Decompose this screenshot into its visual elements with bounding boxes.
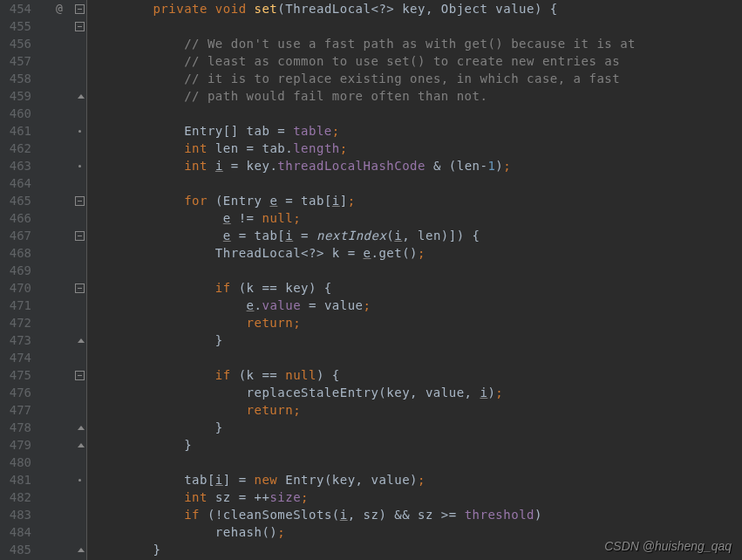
line-number: 459 [0, 87, 31, 105]
line-number: 474 [0, 349, 31, 366]
code-line[interactable] [91, 105, 742, 122]
line-number: 472 [0, 314, 31, 331]
line-number: 482 [0, 488, 31, 506]
code-line[interactable]: // path would fail more often than not. [91, 87, 742, 105]
line-number: 484 [0, 523, 31, 541]
line-number: 485 [0, 541, 31, 558]
line-number: 462 [0, 140, 31, 157]
code-line[interactable] [91, 349, 742, 366]
code-line[interactable]: return; [91, 401, 742, 419]
watermark: CSDN @huisheng_qaq [604, 539, 732, 553]
line-number: 480 [0, 454, 31, 471]
code-line[interactable]: } [91, 331, 742, 349]
fold-end-icon[interactable] [78, 548, 85, 552]
line-number: 454 [0, 0, 31, 17]
code-line[interactable]: e = tab[i = nextIndex(i, len)]) { [91, 227, 742, 244]
line-number: 477 [0, 401, 31, 419]
fold-collapse-icon[interactable] [75, 196, 85, 206]
line-number: 478 [0, 419, 31, 436]
fold-end-icon[interactable] [78, 443, 85, 447]
fold-collapse-icon[interactable] [75, 283, 85, 293]
fold-end-icon[interactable] [78, 338, 85, 343]
code-line[interactable]: // it is to replace existing ones, in wh… [91, 70, 742, 87]
fold-end-icon[interactable] [78, 426, 85, 430]
code-line[interactable]: int i = key.threadLocalHashCode & (len-1… [91, 157, 742, 174]
code-line[interactable]: int len = tab.length; [91, 140, 742, 157]
code-line[interactable]: } [91, 419, 742, 436]
code-line[interactable]: // We don't use a fast path as with get(… [91, 35, 742, 52]
line-number: 456 [0, 35, 31, 52]
code-line[interactable]: if (k == null) { [91, 366, 742, 384]
line-number: 458 [0, 70, 31, 87]
code-line[interactable]: // least as common to use set() to creat… [91, 52, 742, 70]
line-number: 471 [0, 297, 31, 314]
line-number: 465 [0, 192, 31, 209]
code-line[interactable]: replaceStaleEntry(key, value, i); [91, 384, 742, 401]
fold-collapse-icon[interactable] [75, 4, 85, 14]
code-line[interactable]: int sz = ++size; [91, 488, 742, 506]
code-line[interactable]: Entry[] tab = table; [91, 122, 742, 140]
line-number: 464 [0, 174, 31, 192]
code-line[interactable]: private void set(ThreadLocal<?> key, Obj… [91, 0, 742, 17]
line-number-gutter: 4544554564574584594604614624634644654664… [0, 0, 37, 560]
code-line[interactable]: if (!cleanSomeSlots(i, sz) && sz >= thre… [91, 506, 742, 523]
line-number: 457 [0, 52, 31, 70]
line-number: 481 [0, 471, 31, 488]
code-line[interactable] [91, 17, 742, 35]
line-number: 466 [0, 209, 31, 227]
code-line[interactable]: ThreadLocal<?> k = e.get(); [91, 244, 742, 262]
line-number: 475 [0, 366, 31, 384]
code-line[interactable]: e.value = value; [91, 297, 742, 314]
line-number: 460 [0, 105, 31, 122]
code-line[interactable]: e != null; [91, 209, 742, 227]
fold-collapse-icon[interactable] [75, 22, 85, 31]
code-line[interactable] [91, 174, 742, 192]
code-line[interactable] [91, 454, 742, 471]
code-line[interactable]: if (k == key) { [91, 279, 742, 297]
bookmark-icon[interactable]: @ [56, 2, 63, 15]
line-number: 483 [0, 506, 31, 523]
line-number: 479 [0, 436, 31, 454]
code-area[interactable]: private void set(ThreadLocal<?> key, Obj… [87, 0, 742, 560]
fold-end-icon[interactable] [78, 94, 85, 99]
fold-marker-icon[interactable] [78, 165, 81, 167]
line-number: 463 [0, 157, 31, 174]
line-number: 468 [0, 244, 31, 262]
code-line[interactable] [91, 262, 742, 279]
code-line[interactable]: return; [91, 314, 742, 331]
line-number: 476 [0, 384, 31, 401]
line-number: 455 [0, 17, 31, 35]
line-number: 470 [0, 279, 31, 297]
fold-gutter: @ [37, 0, 87, 560]
code-editor: 4544554564574584594604614624634644654664… [0, 0, 742, 560]
line-number: 461 [0, 122, 31, 140]
line-number: 469 [0, 262, 31, 279]
code-line[interactable]: tab[i] = new Entry(key, value); [91, 471, 742, 488]
code-line[interactable]: } [91, 436, 742, 454]
line-number: 467 [0, 227, 31, 244]
fold-collapse-icon[interactable] [75, 231, 85, 241]
code-line[interactable]: for (Entry e = tab[i]; [91, 192, 742, 209]
fold-marker-icon[interactable] [78, 479, 81, 481]
fold-collapse-icon[interactable] [75, 371, 85, 380]
code-line[interactable]: rehash(); [91, 523, 742, 541]
line-number: 473 [0, 331, 31, 349]
fold-marker-icon[interactable] [78, 130, 81, 133]
